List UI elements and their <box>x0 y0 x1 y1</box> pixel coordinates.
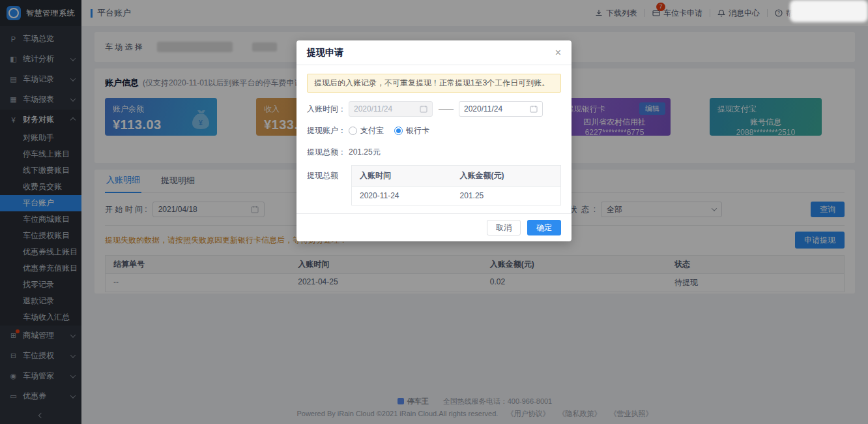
radio-selected-icon <box>394 127 403 135</box>
modal-title: 提现申请 <box>307 47 343 59</box>
radio-unselected-icon <box>349 127 357 135</box>
username-redacted <box>790 0 868 22</box>
withdraw-modal: 提现申请 × 提现后的入账记录，不可重复提现！正常提现1至3个工作日可到账。 入… <box>297 40 571 241</box>
withdraw-detail-label: 提现总额 <box>307 165 349 181</box>
calendar-icon <box>530 105 538 113</box>
table-header-row: 入账时间 入账金额(元) <box>352 166 560 187</box>
entry-date-from-input[interactable]: 2020/11/24 <box>349 101 433 117</box>
confirm-button[interactable]: 确定 <box>527 220 561 235</box>
modal-warning-banner: 提现后的入账记录，不可重复提现！正常提现1至3个工作日可到账。 <box>307 74 561 93</box>
withdraw-total-value: 201.25元 <box>349 147 381 158</box>
cancel-button[interactable]: 取消 <box>487 220 521 235</box>
entry-time-label: 入账时间： <box>307 104 349 115</box>
calendar-icon <box>420 105 427 113</box>
radio-alipay[interactable]: 支付宝 <box>349 125 384 136</box>
withdraw-detail-table: 入账时间 入账金额(元) 2020-11-24 201.25 <box>351 165 561 205</box>
radio-bankcard[interactable]: 银行卡 <box>394 125 429 136</box>
date-range-dash: —— <box>439 104 453 114</box>
close-icon[interactable]: × <box>555 48 561 58</box>
withdraw-total-label: 提现总额： <box>307 147 349 158</box>
withdraw-account-label: 提现账户： <box>307 125 349 136</box>
entry-date-to-input[interactable]: 2020/11/24 <box>459 101 543 117</box>
table-row[interactable]: 2020-11-24 201.25 <box>352 187 560 205</box>
